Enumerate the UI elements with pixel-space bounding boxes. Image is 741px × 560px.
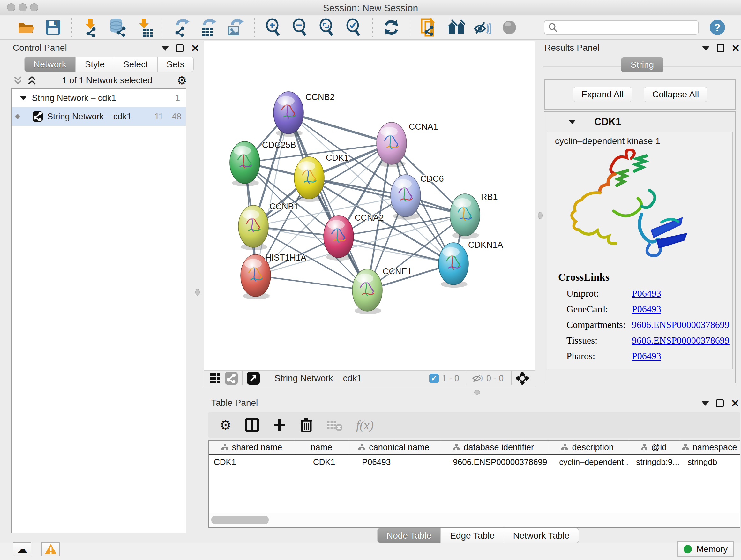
left-splitter-handle[interactable] [195, 289, 200, 296]
tab-node-table[interactable]: Node Table [377, 528, 441, 543]
node-CDK1[interactable] [294, 157, 324, 202]
control-panel-float-icon[interactable] [176, 44, 184, 52]
column-header-shared-name[interactable]: shared name [209, 441, 295, 454]
crosslink-tissues-link[interactable]: 9606.ENSP00000378699 [632, 335, 730, 346]
tab-edge-table[interactable]: Edge Table [441, 528, 504, 543]
open-in-new-window-icon[interactable] [247, 372, 260, 385]
cell-description[interactable]: cyclin–dependent ... [547, 457, 628, 467]
help-button[interactable]: ? [710, 20, 725, 35]
node-label-CDKN1A: CDKN1A [468, 240, 503, 250]
cell-namespace[interactable]: stringdb [679, 457, 740, 467]
export-network-button[interactable] [173, 18, 191, 37]
pan-center-icon[interactable] [516, 372, 529, 385]
scrollbar-thumb[interactable] [211, 516, 269, 524]
table-panel-close-icon[interactable]: ✕ [731, 399, 739, 408]
right-splitter-handle[interactable] [538, 212, 542, 219]
table-horizontal-scrollbar[interactable] [209, 513, 739, 527]
new-network-from-selection-button[interactable] [420, 18, 438, 37]
tab-select[interactable]: Select [114, 57, 157, 72]
table-options-gear-icon[interactable]: ⚙ [219, 417, 232, 433]
zoom-in-button[interactable] [264, 18, 282, 37]
birds-eye-view-icon[interactable] [209, 372, 221, 384]
tab-network-table[interactable]: Network Table [504, 528, 579, 543]
open-session-button[interactable] [17, 18, 35, 37]
network-collection-row[interactable]: String Network – cdk1 1 [12, 89, 186, 107]
expand-all-button[interactable]: Expand All [573, 87, 632, 102]
entry-expander-icon[interactable] [568, 119, 576, 125]
zoom-out-button[interactable] [291, 18, 309, 37]
node-RB1[interactable] [450, 194, 480, 239]
hide-selected-button[interactable] [474, 18, 491, 37]
import-network-database-button[interactable] [109, 18, 126, 37]
node-CCNE1[interactable] [352, 269, 382, 314]
node-CCNB1[interactable] [239, 205, 268, 250]
export-table-button[interactable] [200, 18, 218, 37]
gene-description: cyclin–dependent kinase 1 [547, 132, 732, 146]
cell-shared-name[interactable]: CDK1 [209, 457, 295, 467]
expand-all-networks-icon[interactable] [27, 76, 38, 85]
collapse-all-button[interactable]: Collapse All [644, 87, 708, 102]
column-header-namespace[interactable]: namespace [679, 441, 740, 454]
results-panel-menu-icon[interactable] [702, 46, 710, 51]
zoom-fit-button[interactable] [318, 18, 336, 37]
refresh-view-button[interactable] [382, 18, 400, 37]
results-panel-close-icon[interactable]: ✕ [731, 44, 740, 52]
cell-canonical-name[interactable]: P06493 [348, 457, 440, 467]
column-header-canonical-name[interactable]: canonical name [348, 441, 440, 454]
control-panel-menu-icon[interactable] [161, 46, 169, 51]
collection-expander-icon[interactable] [19, 95, 27, 101]
export-image-button[interactable] [226, 18, 245, 37]
add-column-icon[interactable] [273, 418, 286, 432]
toolbar-separator [410, 18, 410, 37]
network-graph[interactable]: CCNB2CCNA1CDC25BCDK1CDC6RB1CCNB1CCNA2CDK… [204, 41, 535, 370]
network-options-gear-icon[interactable]: ⚙ [177, 74, 187, 87]
protein-structure-image [566, 149, 700, 264]
node-CDKN1A[interactable] [439, 243, 468, 288]
tab-string[interactable]: String [621, 57, 664, 72]
warnings-button[interactable] [42, 542, 60, 556]
column-header-description[interactable]: description [547, 441, 628, 454]
toolbar-separator [71, 18, 72, 37]
node-CCNB2[interactable] [273, 91, 304, 137]
tab-style[interactable]: Style [76, 57, 114, 72]
delete-column-icon[interactable] [300, 418, 313, 432]
save-session-button[interactable] [44, 18, 62, 37]
control-panel: Control Panel ✕ Network Style Select Set… [8, 42, 192, 536]
show-columns-icon[interactable] [245, 418, 259, 432]
column-header-database-identifier[interactable]: database identifier [440, 441, 547, 454]
first-neighbors-button[interactable] [447, 18, 465, 37]
horizontal-splitter-handle[interactable] [474, 390, 480, 395]
zoom-selected-button[interactable] [345, 18, 362, 37]
tab-network[interactable]: Network [24, 57, 76, 72]
cell-database-identifier[interactable]: 9606.ENSP00000378699 [440, 457, 547, 467]
column-header-id[interactable]: @id [628, 441, 679, 454]
crosslink-compartments-link[interactable]: 9606.ENSP00000378699 [632, 319, 730, 330]
cloud-services-button[interactable]: ☁ [13, 542, 31, 556]
window-title: Session: New Session [0, 3, 741, 13]
search-box[interactable] [544, 20, 699, 35]
table-panel-menu-icon[interactable] [701, 401, 709, 406]
collapse-all-networks-icon[interactable] [13, 76, 23, 85]
search-input[interactable] [557, 23, 694, 33]
control-panel-close-icon[interactable]: ✕ [191, 44, 199, 52]
results-panel-float-icon[interactable] [717, 44, 724, 52]
import-network-file-button[interactable] [82, 18, 99, 37]
cell-id[interactable]: stringdb:9... [628, 457, 679, 467]
show-all-button [500, 18, 518, 37]
crosslink-pharos-link[interactable]: P06493 [632, 351, 661, 361]
selected-items-checkbox[interactable]: ✓ [429, 374, 439, 383]
crosslink-genecard-link[interactable]: P06493 [632, 304, 661, 314]
table-panel-float-icon[interactable] [716, 399, 724, 408]
crosslink-uniprot-link[interactable]: P06493 [632, 288, 661, 299]
cell-name[interactable]: CDK1 [295, 457, 348, 467]
memory-button[interactable]: Memory [677, 542, 734, 557]
import-table-button[interactable] [135, 18, 153, 37]
network-row[interactable]: String Network – cdk1 11 48 [12, 107, 186, 126]
tab-sets[interactable]: Sets [157, 57, 194, 72]
node-CDC6[interactable] [391, 175, 421, 220]
network-canvas[interactable]: CCNB2CCNA1CDC25BCDK1CDC6RB1CCNB1CCNA2CDK… [204, 41, 535, 370]
node-CDC25B[interactable] [230, 141, 260, 186]
table-row[interactable]: CDK1 CDK1 P06493 9606.ENSP00000378699 cy… [209, 455, 740, 469]
column-header-name[interactable]: name [295, 441, 348, 454]
status-bar: ☁ Memory [0, 543, 741, 560]
